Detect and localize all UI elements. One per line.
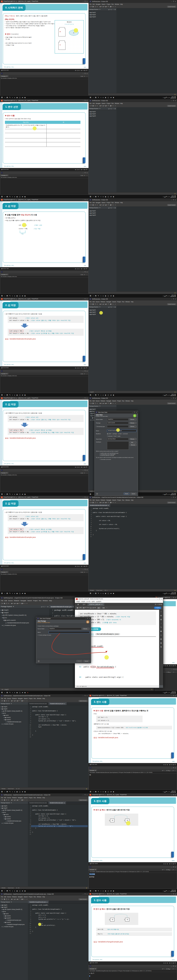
editor-tab[interactable]: VariableInitializationExample.java✕ (88, 504, 111, 507)
eclipse-toolbar[interactable]: ▢▾ ▦ ◫ ⊙ ◦ ▶▾ ◈▾ ◆▾ ✎ ▣▾ ⇦ ⇨ Quick Acces… (88, 204, 177, 207)
taskbar-icons[interactable]: ○ ⬒ ✎ ◖ e ◉ ▢ ▰ ◆ (93, 890, 114, 892)
start-button[interactable]: ⊞ (1, 890, 3, 892)
finish-button[interactable]: Finish (77, 660, 82, 662)
eclipse-toolbar[interactable]: ▢▾ ▦ ◫ ⊙ ◦ ▶▾ ◈▾ ◆▾ ✎ ▣▾ ⇦ ⇨ Quick Acces… (0, 898, 88, 901)
editor-tab-active[interactable]: VariableExchangeExample.java✕ (28, 900, 49, 904)
package-name-field[interactable] (48, 631, 90, 633)
editor-area[interactable]: VariableExchangeExample.java✕ 1 2 3 4 5 … (28, 900, 88, 980)
project-tree[interactable]: ▸ ▩ chap01 ▸ ▩ chap02 ▸ ▩ chap03 (88, 11, 116, 18)
editor-tab[interactable]: VariableInitializationExample.java (28, 802, 48, 804)
window-controls[interactable]: ─ ❐ ✕ (83, 100, 87, 101)
window-controls[interactable]: ─ ❐ ✕ (83, 298, 87, 300)
taskbar-icons[interactable]: ○ ⬒ ✎ ◖ e ◉ ▢ ▰ ◆ (4, 592, 26, 594)
window-controls[interactable]: ─ ❐ ✕ (83, 1, 87, 2)
tray-icons[interactable]: ∧ ⬓ 🗔 ◁ A (163, 890, 169, 892)
eclipse-menu-bar[interactable]: File Edit Navigate Search Project Run Wi… (88, 3, 177, 5)
eclipse-toolbar[interactable]: ▢▾ ▦ ◫ ⊙ ◦ ▶▾ ◈▾ ◆▾ ✎ ▣▾ ⇦ ⇨ Quick Acces… (88, 402, 177, 405)
eclipse-menu-bar[interactable]: File Edit Navigate Search Project Run Wi… (88, 201, 177, 204)
quick-access-box[interactable]: Quick Access (167, 402, 176, 404)
explorer-toolbar-icons[interactable]: ⬓ ⇄ ▤ ▾ ─ ▣ (108, 9, 116, 10)
eclipse-menu-bar[interactable]: File Edit Source Refactor Navigate Searc… (0, 896, 88, 898)
close-icon[interactable]: ✕ (99, 207, 100, 208)
start-button[interactable]: ⊞ (90, 493, 91, 495)
project-tree[interactable]: ▸ ▩ chap01 ▾ ▩ chap02 ▸ ▤ JRE System Lib… (0, 705, 28, 725)
tab-tools[interactable]: 도구 (81, 603, 87, 606)
acrobat-side-tools[interactable]: ⌕ ▤ ▥ ◔ ✎ ▦ ◇ ▧ ▨ ♞ (159, 610, 163, 685)
editor-area[interactable] (116, 207, 177, 292)
dialog-window-controls[interactable]: ─ ❐ ✕ (132, 412, 137, 413)
start-button[interactable]: ⊞ (1, 592, 3, 594)
tab-document[interactable]: 혼공자바_본문.pdf✕ (87, 603, 104, 606)
start-button[interactable]: ⊞ (90, 96, 91, 99)
source-folder-field[interactable]: chap02/src (107, 418, 129, 421)
tray-icons[interactable]: ∧ ⬓ 🗔 ◁ A (163, 493, 169, 495)
console-output[interactable]: x:3y:5 (89, 972, 177, 975)
window-controls[interactable]: ─ ❐ ✕ (171, 597, 176, 598)
eclipse-toolbar[interactable]: ▢▾ ▦ ◫ ⊙ ◦ ▶▾ ◈▾ ◆▾ ✎ ▣▾ ⇦ ⇨ Quick Acces… (88, 105, 177, 107)
system-tray[interactable]: ∧ ⬓ 🗔 ◁ A 오후 4:152019-06-09 (163, 394, 176, 396)
system-tray[interactable]: ∧ ⬓ 🗔 ◁ A 오후 4:252019-06-09 (163, 493, 176, 495)
project-tree[interactable]: ▸ ▩ chap01 ▸ ▩ chap02 ▸ ▩ chap03 (88, 209, 116, 217)
console-toolbar-icons[interactable]: ◫ ▦ ◫▾ ─ ⌐ (80, 571, 88, 573)
toolbar-icons[interactable]: ▢▾ ▦ ◫ ⊙ ◦ ▶▾ ◈▾ ◆▾ ✎ ▣▾ ⇦ ⇨ (90, 105, 116, 107)
presenter-toolbar-icons[interactable]: ◉ ▥ ◉ ▣ ⊞ ▦ ⌧ (75, 70, 87, 71)
close-icon[interactable]: ✕ (11, 802, 12, 803)
start-button[interactable]: ⊞ (90, 196, 91, 197)
acrobat-toolbar[interactable]: ▣ ⎙ ✉ ⌕ ▤ ↶ ↷ ✂ ◫ ▯ ◎ ⬍ 40 / 355 ⋯ ⬆ 공유 (75, 606, 163, 610)
close-icon[interactable]: ✕ (13, 606, 14, 608)
window-controls[interactable]: ─ ❐ ✕ (171, 497, 176, 498)
start-button[interactable]: ⊞ (90, 394, 91, 396)
toolbar-icons[interactable]: ▢▾ ▦ ◫ ⊙ ◦ ▶▾ ◈▾ ◆▾ ✎ ▣▾ ⇦ ⇨ (1, 603, 28, 604)
taskbar-icons[interactable]: ○ ⬒ ✎ ◖ e ◉ ▢ ▰ ◆ (93, 295, 114, 297)
console-output[interactable]: 40 (89, 773, 177, 776)
console-window-controls[interactable]: ─ ❐ ✕ (172, 669, 176, 670)
presenter-toolbar-icons[interactable]: ◉ ▥ ◉ ▣ ⊞ ▦ ⌧ (75, 367, 87, 369)
interfaces-list[interactable] (107, 441, 129, 450)
package-field[interactable]: sec01.exam01 (107, 422, 129, 424)
tray-icons[interactable]: ∧ ⬓ 🗔 ◁ A (163, 791, 169, 792)
close-icon[interactable]: ✕ (99, 306, 100, 307)
code-editor[interactable]: 1 2 3 4 5 6 7 8 9 10 11 12 13 14 15 pack… (28, 804, 88, 835)
eclipse-toolbar[interactable]: ▢▾ ▦ ◫ ⊙ ◦ ▶▾ ◈▾ ◆▾ ✎ ▣▾ ⇦ ⇨ Quick Acces… (88, 5, 177, 8)
presenter-toolbar-icons[interactable]: ◉ ▥ ◉ ▣ ⊞ ▦ ⌧ (163, 764, 176, 765)
package-explorer-header[interactable]: Package Explorer ✕ (0, 802, 28, 804)
system-tray[interactable]: ∧ ⬓ 🗔 ◁ A 오후 4:002019-06-09 (163, 294, 176, 297)
console-window-controls[interactable]: ─ ❐ ✕ (171, 767, 176, 768)
taskbar-acrobat-icon[interactable]: A (27, 692, 28, 694)
console-window-controls[interactable]: ─ ❐ ✕ (171, 866, 176, 868)
method-stub-checkboxes[interactable]: ☐ public static void main(String[] args)… (95, 452, 138, 457)
package-explorer-header[interactable]: Package Explorer ✕ ⬓ ⇄ ▤ ▾ ─ ▣ (88, 8, 116, 11)
modifier-radios[interactable]: ◉ public ○ package ○ private ○ protected (107, 433, 128, 434)
package-info-checkbox[interactable]: ☐ Create package-info.java (36, 634, 91, 636)
taskbar-icons[interactable]: ○ ⬒ ✎ ◖ e ◉ ▢ ▰ ◆ (93, 196, 114, 197)
help-button[interactable]: ? (37, 660, 40, 662)
project-tree[interactable]: ▸ ▩ chap01 ▸ ▩ chap02 ▸ ▩ chap03 (88, 110, 116, 118)
taskbar-icons[interactable]: ○ ⬒ ✎ ◖ e ◉ ▢ ▰ ◆ (93, 97, 114, 99)
window-controls[interactable]: ─ ❐ ✕ (83, 398, 87, 399)
share-button[interactable]: ⬆ 공유 (154, 607, 161, 609)
console-window-controls[interactable]: ─ ❐ ✕ (83, 172, 87, 173)
source-code[interactable]: package sec01.exam02; public class Varia… (31, 805, 76, 835)
editor-tab[interactable]: VariableInitializationExample.java✕ (49, 605, 75, 608)
toolbar-icons[interactable]: ▢▾ ▦ ◫ ⊙ ◦ ▶▾ ◈▾ ◆▾ ✎ ▣▾ ⇦ ⇨ (90, 204, 116, 206)
console-toolbar-icons[interactable]: ◫ ▦ ◫▾ ─ ⌐ (80, 373, 88, 374)
quick-access-box[interactable]: Quick Access (167, 502, 176, 503)
window-controls[interactable]: ─ ❐ ✕ (171, 199, 176, 200)
presenter-toolbar-icons[interactable]: ◉ ▥ ◉ ▣ ⊞ ▦ ⌧ (75, 565, 87, 567)
taskbar-icons[interactable]: ○ ⬒ ✎ ◖ e ◉ ▢ ▰ ◆ (93, 592, 114, 594)
browse-button[interactable]: Browse... (129, 438, 137, 440)
console-tab[interactable]: Console✕ (0, 175, 8, 176)
console-toolbar-icons[interactable]: ■ ✕ ⚏ ▤ ▦ ⬓ ⇩ ◫▾ ─ ⌐ (163, 671, 177, 673)
start-button[interactable]: ⊞ (1, 493, 3, 495)
package-explorer-header[interactable]: Package Explorer ✕ (0, 900, 28, 904)
name-field[interactable]: VariableInitializationExample (107, 430, 137, 432)
package-explorer-header[interactable]: Package Explorer ✕ (0, 702, 28, 705)
window-controls[interactable]: ─ ❐ ✕ (83, 893, 87, 895)
editor-area[interactable] (116, 8, 177, 93)
start-button[interactable]: ⊞ (90, 791, 91, 792)
finish-button[interactable]: Finish (124, 493, 129, 495)
console-tab[interactable]: Console✕ (0, 472, 8, 474)
taskbar-icons[interactable]: ○ ⬒ ✎ ◖ e ◉ ▢ ▰ ◆ (4, 295, 26, 297)
quick-access-box[interactable]: Quick Access (167, 304, 176, 305)
tray-icons[interactable]: ∧ ⬓ 🗔 ◁ A (163, 97, 169, 98)
